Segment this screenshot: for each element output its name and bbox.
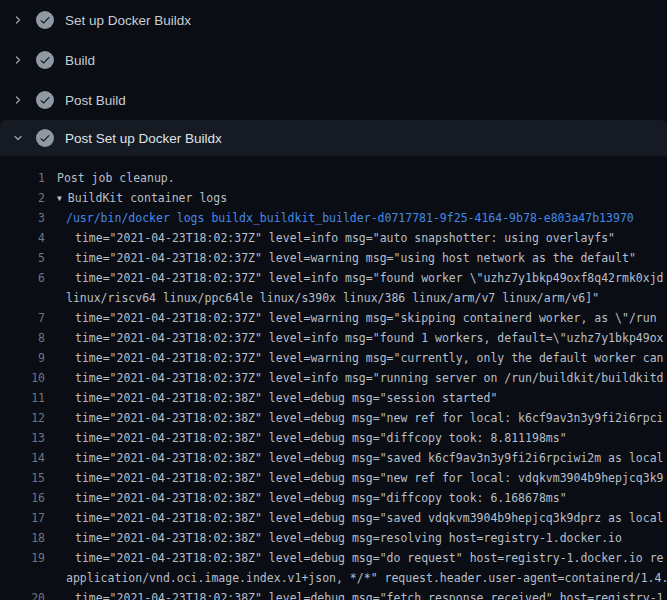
log-line: ▼ linux/riscv64 linux/ppc64le linux/s390… — [0, 288, 667, 308]
log-text: time="2021-04-23T18:02:38Z" level=debug … — [75, 511, 664, 525]
log-line: 10 ▼ time="2021-04-23T18:02:37Z" level=i… — [0, 368, 667, 388]
line-number[interactable]: 7 — [0, 311, 45, 325]
collapse-triangle-icon[interactable]: ▼ — [57, 193, 62, 202]
log-text: time="2021-04-23T18:02:38Z" level=debug … — [75, 391, 497, 405]
log-line: 20 ▼ time="2021-04-23T18:02:38Z" level=d… — [0, 588, 667, 600]
line-number[interactable]: 8 — [0, 331, 45, 345]
chevron-right-icon — [10, 12, 26, 28]
line-number[interactable]: 19 — [0, 551, 45, 565]
log-text: time="2021-04-23T18:02:37Z" level=info m… — [75, 271, 664, 285]
log-line: 4 ▼ time="2021-04-23T18:02:37Z" level=in… — [0, 228, 667, 248]
log-text: time="2021-04-23T18:02:38Z" level=debug … — [75, 531, 622, 545]
step-title: Build — [65, 53, 95, 68]
line-number[interactable]: 6 — [0, 271, 45, 285]
success-check-icon — [36, 91, 54, 109]
line-number[interactable]: 10 — [0, 371, 45, 385]
log-line: 19 ▼ time="2021-04-23T18:02:38Z" level=d… — [0, 548, 667, 568]
line-number[interactable]: 13 — [0, 431, 45, 445]
line-number[interactable]: 15 — [0, 471, 45, 485]
log-line: 11 ▼ time="2021-04-23T18:02:38Z" level=d… — [0, 388, 667, 408]
log-text: time="2021-04-23T18:02:37Z" level=info m… — [75, 371, 664, 385]
line-number[interactable]: 18 — [0, 531, 45, 545]
log-text: time="2021-04-23T18:02:37Z" level=warnin… — [75, 311, 657, 325]
line-number[interactable]: 5 — [0, 251, 45, 265]
line-number[interactable]: 20 — [0, 591, 45, 600]
chevron-right-icon — [10, 52, 26, 68]
log-text: time="2021-04-23T18:02:38Z" level=debug … — [75, 431, 567, 445]
log-line: 1 ▼ Post job cleanup. — [0, 168, 667, 188]
log-text: linux/riscv64 linux/ppc64le linux/s390x … — [66, 291, 599, 305]
log-text[interactable]: BuildKit container logs — [68, 191, 227, 205]
log-line: 13 ▼ time="2021-04-23T18:02:38Z" level=d… — [0, 428, 667, 448]
log-line: ▼ application/vnd.oci.image.index.v1+jso… — [0, 568, 667, 588]
log-viewer: 1 ▼ Post job cleanup. 2 ▼ BuildKit conta… — [0, 156, 667, 600]
log-text: time="2021-04-23T18:02:38Z" level=debug … — [75, 451, 664, 465]
log-line: 14 ▼ time="2021-04-23T18:02:38Z" level=d… — [0, 448, 667, 468]
log-text: application/vnd.oci.image.index.v1+json,… — [66, 571, 667, 585]
log-line: 7 ▼ time="2021-04-23T18:02:37Z" level=wa… — [0, 308, 667, 328]
line-number[interactable]: 14 — [0, 451, 45, 465]
log-line: 8 ▼ time="2021-04-23T18:02:37Z" level=in… — [0, 328, 667, 348]
line-number[interactable]: 2 — [0, 191, 45, 205]
log-text: /usr/bin/docker logs buildx_buildkit_bui… — [66, 211, 634, 225]
step-title: Post Build — [65, 93, 126, 108]
step-row-post-set-up-docker-buildx[interactable]: Post Set up Docker Buildx — [0, 120, 667, 156]
line-number[interactable]: 4 — [0, 231, 45, 245]
log-line: 6 ▼ time="2021-04-23T18:02:37Z" level=in… — [0, 268, 667, 288]
line-number[interactable]: 16 — [0, 491, 45, 505]
line-number[interactable]: 17 — [0, 511, 45, 525]
step-row-build[interactable]: Build — [0, 40, 667, 80]
log-line: 9 ▼ time="2021-04-23T18:02:37Z" level=wa… — [0, 348, 667, 368]
step-title: Set up Docker Buildx — [65, 13, 191, 28]
log-line: 16 ▼ time="2021-04-23T18:02:38Z" level=d… — [0, 488, 667, 508]
line-number[interactable]: 9 — [0, 351, 45, 365]
step-title: Post Set up Docker Buildx — [65, 131, 222, 146]
line-number[interactable]: 3 — [0, 211, 45, 225]
log-text: time="2021-04-23T18:02:38Z" level=debug … — [75, 411, 664, 425]
log-text: time="2021-04-23T18:02:38Z" level=debug … — [75, 471, 664, 485]
log-text: time="2021-04-23T18:02:38Z" level=debug … — [75, 551, 664, 565]
chevron-down-icon — [10, 130, 26, 146]
log-line: 18 ▼ time="2021-04-23T18:02:38Z" level=d… — [0, 528, 667, 548]
log-text: time="2021-04-23T18:02:38Z" level=debug … — [75, 591, 664, 600]
log-text: time="2021-04-23T18:02:37Z" level=warnin… — [75, 251, 636, 265]
log-line: 17 ▼ time="2021-04-23T18:02:38Z" level=d… — [0, 508, 667, 528]
log-text: time="2021-04-23T18:02:37Z" level=info m… — [75, 331, 664, 345]
line-number[interactable]: 11 — [0, 391, 45, 405]
log-text: time="2021-04-23T18:02:38Z" level=debug … — [75, 491, 567, 505]
log-line: 5 ▼ time="2021-04-23T18:02:37Z" level=wa… — [0, 248, 667, 268]
line-number[interactable]: 1 — [0, 171, 45, 185]
success-check-icon — [36, 51, 54, 69]
log-text: time="2021-04-23T18:02:37Z" level=warnin… — [75, 351, 664, 365]
log-line: 2 ▼ BuildKit container logs — [0, 188, 667, 208]
log-line: 15 ▼ time="2021-04-23T18:02:38Z" level=d… — [0, 468, 667, 488]
log-text: time="2021-04-23T18:02:37Z" level=info m… — [75, 231, 615, 245]
log-line: 3 ▼ /usr/bin/docker logs buildx_buildkit… — [0, 208, 667, 228]
line-number[interactable]: 12 — [0, 411, 45, 425]
step-row-post-build[interactable]: Post Build — [0, 80, 667, 120]
log-text: Post job cleanup. — [57, 171, 175, 185]
step-row-set-up-docker-buildx[interactable]: Set up Docker Buildx — [0, 0, 667, 40]
success-check-icon — [36, 129, 54, 147]
log-line: 12 ▼ time="2021-04-23T18:02:38Z" level=d… — [0, 408, 667, 428]
chevron-right-icon — [10, 92, 26, 108]
success-check-icon — [36, 11, 54, 29]
